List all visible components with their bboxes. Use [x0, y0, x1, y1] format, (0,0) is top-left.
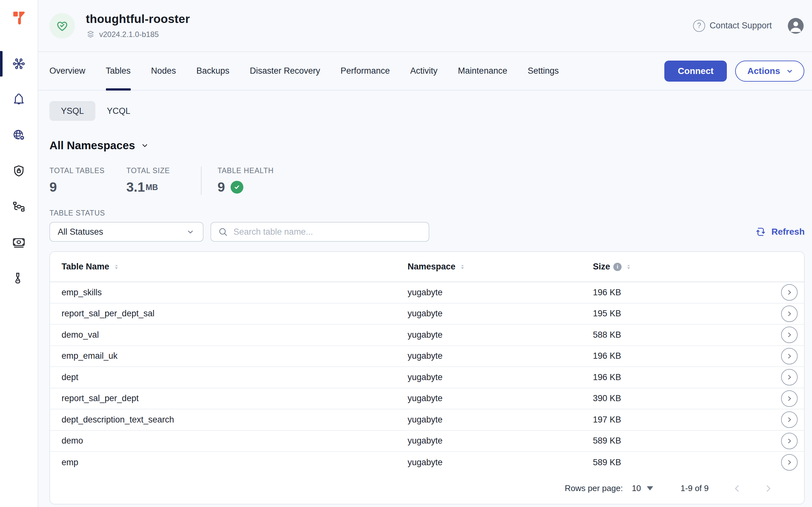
row-open-chevron-icon[interactable]: [781, 390, 798, 407]
contact-support-button[interactable]: ? Contact Support: [693, 20, 772, 32]
table-row[interactable]: demo_valyugabyte588 KB: [50, 325, 804, 346]
universe-icon: [12, 57, 26, 71]
filters-row: All Statuses Refresh: [49, 222, 805, 242]
cell-actions: [781, 369, 798, 386]
row-open-chevron-icon[interactable]: [781, 411, 798, 428]
cell-size: 196 KB: [593, 373, 781, 382]
tab-nodes[interactable]: Nodes: [151, 52, 176, 90]
previous-page-button[interactable]: [732, 483, 743, 494]
cell-actions: [781, 305, 798, 322]
row-open-chevron-icon[interactable]: [781, 284, 798, 301]
actions-button[interactable]: Actions: [735, 61, 804, 81]
billing-money-icon: [12, 235, 26, 249]
sidebar-item-billing[interactable]: [0, 224, 38, 260]
cluster-health-badge: [49, 13, 75, 39]
tab-disaster-recovery[interactable]: Disaster Recovery: [250, 52, 320, 90]
rows-per-page-select[interactable]: 10: [632, 484, 653, 493]
table-row[interactable]: empyugabyte589 KB: [50, 452, 804, 473]
stats-divider: [201, 166, 202, 195]
tab-backups[interactable]: Backups: [197, 52, 230, 90]
search-input[interactable]: [233, 227, 422, 237]
cluster-tabs-row: Overview Tables Nodes Backups Disaster R…: [38, 52, 812, 91]
cell-size: 589 KB: [593, 458, 781, 467]
column-header-size[interactable]: Size i: [593, 262, 781, 272]
cluster-title-block: thoughtful-rooster v2024.2.1.0-b185: [86, 12, 190, 39]
cell-actions: [781, 411, 798, 428]
row-open-chevron-icon[interactable]: [781, 348, 798, 364]
refresh-button[interactable]: Refresh: [755, 226, 805, 237]
tab-tables[interactable]: Tables: [106, 52, 131, 90]
status-select-value: All Statuses: [58, 227, 103, 237]
version-row: v2024.2.1.0-b185: [86, 30, 190, 39]
namespace-dropdown-label: All Namespaces: [49, 139, 135, 152]
cell-table-name: emp_email_uk: [62, 351, 408, 361]
cell-actions: [781, 454, 798, 471]
contact-support-label: Contact Support: [710, 21, 772, 31]
stat-total-tables-value: 9: [49, 179, 126, 195]
cluster-tabs: Overview Tables Nodes Backups Disaster R…: [49, 52, 559, 90]
column-label-size: Size: [593, 262, 610, 272]
namespace-dropdown[interactable]: All Namespaces: [49, 139, 150, 152]
header-right: ? Contact Support: [693, 17, 804, 35]
chevron-down-icon: [785, 67, 794, 75]
table-row[interactable]: dept_description_text_searchyugabyte197 …: [50, 409, 804, 431]
header-action-buttons: Connect Actions: [664, 61, 804, 81]
user-avatar[interactable]: [787, 17, 804, 35]
stat-total-size: TOTAL SIZE 3.1MB: [126, 166, 201, 195]
tab-maintenance[interactable]: Maintenance: [458, 52, 507, 90]
main-area: thoughtful-rooster v2024.2.1.0-b185 ? Co…: [38, 0, 812, 507]
row-open-chevron-icon[interactable]: [781, 327, 798, 343]
layers-icon: [86, 30, 95, 39]
next-page-button[interactable]: [763, 483, 774, 494]
cell-table-name: report_sal_per_dept_sal: [62, 309, 408, 319]
rows-per-page-label: Rows per page:: [565, 484, 623, 493]
tab-overview[interactable]: Overview: [49, 52, 86, 90]
cell-size: 196 KB: [593, 288, 781, 297]
connect-button[interactable]: Connect: [664, 61, 727, 81]
tab-activity[interactable]: Activity: [410, 52, 438, 90]
sidebar-item-experimental[interactable]: [0, 260, 38, 296]
sidebar-item-security[interactable]: [0, 153, 38, 189]
search-icon: [218, 226, 228, 237]
heart-check-icon: [55, 18, 69, 33]
size-info-icon[interactable]: i: [613, 263, 621, 271]
cell-actions: [781, 390, 798, 407]
row-open-chevron-icon[interactable]: [781, 433, 798, 449]
sidebar-item-universe[interactable]: [0, 46, 38, 81]
toggle-ycql[interactable]: YCQL: [95, 101, 142, 121]
health-check-icon: [231, 181, 243, 193]
toggle-ysql[interactable]: YSQL: [49, 101, 95, 121]
tab-settings[interactable]: Settings: [528, 52, 559, 90]
column-header-table-name[interactable]: Table Name: [62, 262, 408, 272]
table-row[interactable]: emp_email_ukyugabyte196 KB: [50, 346, 804, 367]
table-footer: Rows per page: 10 1-9 of 9: [50, 473, 804, 504]
column-header-namespace[interactable]: Namespace: [408, 262, 593, 272]
table-row[interactable]: emp_skillsyugabyte196 KB: [50, 282, 804, 303]
yugabyte-logo-icon[interactable]: [10, 9, 28, 27]
row-open-chevron-icon[interactable]: [781, 305, 798, 322]
stat-total-size-label: TOTAL SIZE: [126, 166, 201, 175]
help-question-icon: ?: [693, 20, 705, 32]
cell-namespace: yugabyte: [408, 458, 593, 467]
cell-table-name: report_sal_per_dept: [62, 393, 408, 403]
row-open-chevron-icon[interactable]: [781, 454, 798, 471]
row-open-chevron-icon[interactable]: [781, 369, 798, 386]
cell-table-name: dept_description_text_search: [62, 415, 408, 425]
sidebar-item-alerts[interactable]: [0, 81, 38, 117]
sidebar-item-pipeline[interactable]: [0, 189, 38, 224]
cell-table-name: emp_skills: [62, 288, 408, 297]
sidebar-item-config[interactable]: [0, 117, 38, 153]
cell-actions: [781, 284, 798, 301]
cell-namespace: yugabyte: [408, 436, 593, 446]
table-row[interactable]: report_sal_per_deptyugabyte390 KB: [50, 388, 804, 410]
table-row[interactable]: deptyugabyte196 KB: [50, 367, 804, 388]
table-row[interactable]: report_sal_per_dept_salyugabyte195 KB: [50, 303, 804, 325]
tab-performance[interactable]: Performance: [341, 52, 390, 90]
table-row[interactable]: demoyugabyte589 KB: [50, 431, 804, 452]
cell-size: 197 KB: [593, 415, 781, 425]
user-avatar-icon: [787, 17, 804, 35]
stat-table-health-value: 9: [218, 179, 274, 195]
alerts-bell-icon: [12, 93, 26, 107]
status-select[interactable]: All Statuses: [49, 222, 204, 242]
cell-actions: [781, 327, 798, 343]
